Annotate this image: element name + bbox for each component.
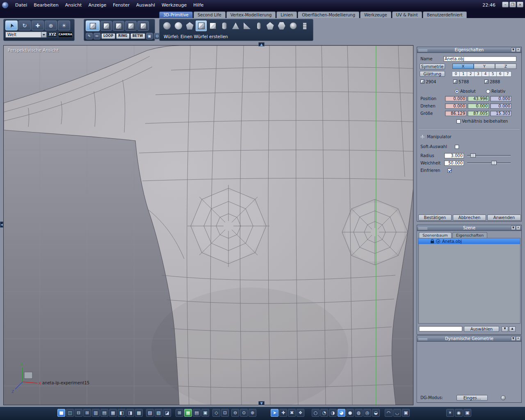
cancel-button[interactable]: Abbrechen	[453, 215, 486, 221]
soccerball-primitive-icon[interactable]	[288, 21, 299, 31]
viewport[interactable]: Perspektivische Ansicht	[3, 45, 413, 405]
smooth-sphere-icon[interactable]: ●	[346, 409, 354, 417]
menu-hilfe[interactable]: Hilfe	[190, 2, 207, 8]
subdivision-icon[interactable]: ◡	[393, 409, 401, 417]
pan-up-button[interactable]: ▲	[258, 42, 265, 46]
shaded-sphere-icon[interactable]: ◕	[338, 409, 345, 417]
wedge-primitive-icon[interactable]	[242, 21, 253, 31]
scroll-up-button[interactable]: ▲	[509, 326, 516, 332]
relative-radio[interactable]: Relativ	[486, 89, 505, 94]
smoothing-level-button[interactable]: 0	[452, 71, 460, 77]
light-camera-icon[interactable]: ☀	[58, 21, 70, 30]
vertex-select-icon[interactable]	[100, 21, 112, 31]
cylinder-primitive-icon[interactable]	[219, 21, 230, 31]
lock-icon[interactable]	[431, 241, 434, 243]
position-y-input[interactable]	[468, 96, 489, 101]
layout-rows-icon[interactable]: ⊟	[75, 409, 82, 417]
icosahedron-primitive-icon[interactable]	[276, 21, 287, 31]
keep-ratio-checkbox[interactable]: Verhältnis beibehalten	[457, 119, 508, 123]
box-primitive-icon[interactable]	[207, 21, 218, 31]
tab-uv-paint[interactable]: UV & Paint	[392, 11, 422, 18]
between-select-button[interactable]: BETW	[130, 33, 145, 39]
rotation-x-input[interactable]	[445, 103, 466, 109]
menu-ansicht[interactable]: Ansicht	[62, 2, 85, 8]
xray-sphere-icon[interactable]: ◎	[363, 409, 371, 417]
light-icon[interactable]: ☀	[446, 409, 454, 417]
panel-close-button[interactable]: ✕	[516, 226, 520, 230]
window-close-button[interactable]: ×	[517, 2, 523, 7]
layout-main-left-icon[interactable]: ◧	[118, 409, 126, 417]
tab-scene-tree[interactable]: Szenenbaum	[419, 232, 452, 238]
menu-anzeige[interactable]: Anzeige	[85, 2, 110, 8]
loop-select-button[interactable]: LOOP	[101, 33, 115, 39]
visibility-icon[interactable]: ▣	[146, 33, 153, 39]
symmetry-y-button[interactable]: Y	[474, 64, 495, 69]
layout-three-top-icon[interactable]: ▤	[100, 409, 108, 417]
symmetry-button[interactable]: Symmetrie	[420, 64, 445, 69]
align-icon[interactable]: ⊡	[221, 409, 229, 417]
layout-main-right-icon[interactable]: ◨	[126, 409, 134, 417]
grid-settings-icon[interactable]: ▣	[201, 409, 209, 417]
window-maximize-button[interactable]: ❐	[509, 2, 516, 7]
pan-down-button[interactable]: ▼	[258, 401, 265, 405]
render-camera-icon[interactable]: ▣	[463, 409, 471, 417]
tab-vertex-modellierung[interactable]: Vertex-Modellierung	[226, 11, 276, 18]
radius-slider[interactable]	[467, 153, 511, 158]
tab-werkzeuge[interactable]: Werkzeuge	[360, 11, 391, 18]
menu-bearbeiten[interactable]: Bearbeiten	[30, 2, 62, 8]
apply-button[interactable]: Anwenden	[487, 215, 521, 221]
symmetry-z-button[interactable]: Z	[495, 64, 516, 69]
tab-scene-properties[interactable]: Eigenschaften	[452, 232, 487, 238]
menu-werkzeuge[interactable]: Werkzeuge	[158, 2, 190, 8]
scene-tree-item[interactable]: Aneta.obj	[418, 238, 520, 244]
scene-filter-input[interactable]	[419, 326, 462, 331]
panel-close-button[interactable]: ✕	[516, 336, 520, 341]
grid-toggle-icon[interactable]: ⊞	[176, 409, 183, 417]
face-mode-icon[interactable]: ❖	[297, 409, 304, 417]
object-select-icon[interactable]	[137, 21, 149, 31]
pan-camera-icon[interactable]: ✚	[32, 21, 44, 30]
tab-second-life[interactable]: Second Life	[194, 11, 226, 18]
freeze-checkbox[interactable]	[447, 168, 452, 173]
absolute-radio[interactable]: Absolut	[455, 89, 476, 94]
tab-benutzerdefiniert[interactable]: Benutzerdefiniert	[423, 11, 467, 18]
hidden-line-sphere-icon[interactable]: ◔	[320, 409, 328, 417]
material-ball-icon[interactable]: ◉	[455, 409, 463, 417]
xyz-axes-button[interactable]: XYZ	[48, 32, 57, 38]
softness-slider[interactable]	[467, 160, 511, 165]
panel-shade-button[interactable]: ▼	[511, 336, 516, 341]
capsule-primitive-icon[interactable]	[253, 21, 264, 31]
helix-primitive-icon[interactable]	[299, 21, 310, 31]
panel-close-button[interactable]: ✕	[516, 48, 520, 52]
smoothing-button[interactable]: Glättung	[420, 71, 445, 77]
scroll-down-button[interactable]: ▼	[502, 326, 508, 332]
orbit-camera-icon[interactable]: ↻	[18, 21, 31, 30]
dodecahedron-primitive-icon[interactable]	[265, 21, 276, 31]
smoothing-level-button[interactable]: 1	[460, 71, 467, 77]
camera-button[interactable]: CAMERA	[58, 32, 73, 38]
zoom-out-icon[interactable]: ⊖	[231, 409, 239, 417]
object-name-input[interactable]	[443, 56, 516, 62]
menu-auswahl[interactable]: Auswahl	[133, 2, 158, 8]
grid-snap-icon[interactable]: ▦	[184, 409, 192, 417]
layout-full-icon[interactable]: ▩	[135, 409, 143, 417]
window-minimize-button[interactable]: –	[502, 2, 509, 7]
geosphere-primitive-icon[interactable]	[173, 21, 184, 31]
radius-input[interactable]	[444, 153, 464, 158]
backface-sphere-icon[interactable]: ◒	[372, 409, 380, 417]
smoothing-level-button[interactable]: 2	[467, 71, 475, 77]
edge-select-icon[interactable]	[113, 21, 124, 31]
grid-plane-icon[interactable]: ▤	[193, 409, 201, 417]
ring-select-button[interactable]: RING	[116, 33, 129, 39]
zoom-camera-icon[interactable]: ⊕	[45, 21, 57, 30]
manipulator-cube-icon[interactable]	[86, 21, 100, 31]
symmetry-x-button[interactable]: X	[452, 64, 474, 69]
textured-sphere-icon[interactable]: ◍	[355, 409, 363, 417]
eye-icon[interactable]	[436, 239, 440, 243]
dg-mode-dropdown[interactable]: Einges...	[457, 395, 488, 401]
vertex-mode-icon[interactable]: ✚	[279, 409, 287, 417]
smoothing-level-button[interactable]: 5	[489, 71, 497, 77]
position-z-input[interactable]	[490, 96, 511, 101]
pan-left-button[interactable]: ◀	[0, 221, 3, 228]
world-space-dropdown[interactable]: Welt	[5, 32, 47, 38]
